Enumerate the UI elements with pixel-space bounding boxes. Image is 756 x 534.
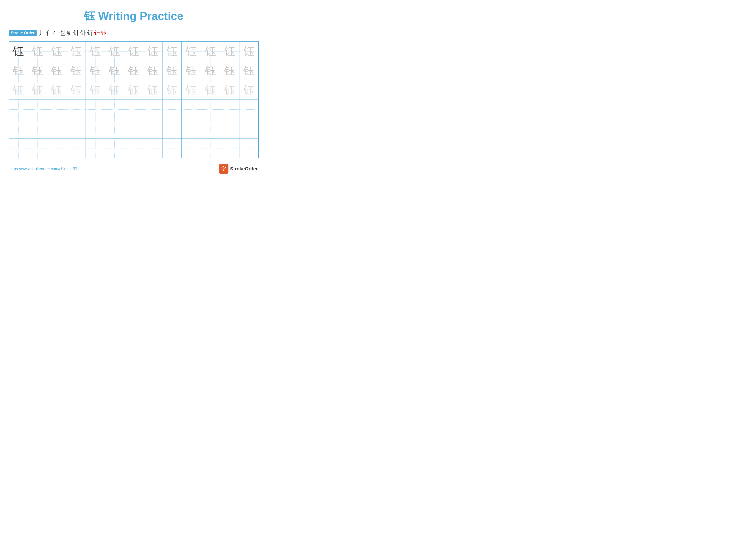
grid-cell [28,100,47,119]
grid-cell [67,100,86,119]
cell-character: 钰 [32,65,43,76]
grid-cell [105,139,124,158]
stroke-8: 钌 [87,29,93,37]
grid-cell [28,139,47,158]
grid-cell: 钰 [143,61,162,80]
grid-cell [143,119,162,139]
grid-cell: 钰 [105,61,124,80]
grid-cell: 钰 [47,61,67,80]
grid-cell: 钰 [105,41,124,61]
cell-character: 钰 [147,85,158,96]
grid-cell: 钰 [9,80,28,99]
grid-cell [201,119,220,139]
cell-character: 钰 [32,85,43,96]
grid-cell: 钰 [239,41,258,61]
grid-row: 钰钰钰钰钰钰钰钰钰钰钰钰钰 [9,61,258,80]
cell-character: 钰 [70,65,82,76]
stroke-chars: 丿 亻 𠂉 乜 钅 针 钋 钌 钍 钰 [39,29,107,37]
grid-cell: 钰 [182,41,201,61]
grid-cell: 钰 [162,41,182,61]
grid-cell [67,139,86,158]
grid-cell: 钰 [182,80,201,99]
grid-cell: 钰 [220,41,239,61]
grid-cell [143,100,162,119]
cell-character: 钰 [32,46,43,57]
page-title: 钰 Writing Practice [9,9,258,24]
brand-icon: 字 [219,164,229,174]
cell-character: 钰 [186,46,197,57]
grid-cell: 钰 [239,80,258,99]
cell-character: 钰 [205,65,216,76]
grid-cell: 钰 [162,61,182,80]
cell-character: 钰 [128,65,139,76]
grid-cell [28,119,47,139]
grid-row [9,139,258,158]
grid-cell: 钰 [124,61,143,80]
grid-cell [162,100,182,119]
cell-character: 钰 [51,85,62,96]
grid-cell: 钰 [124,80,143,99]
stroke-order-badge: Stroke Order [9,30,37,36]
cell-character: 钰 [109,85,120,96]
grid-cell [201,100,220,119]
cell-character: 钰 [51,65,62,76]
grid-cell [162,119,182,139]
cell-character: 钰 [224,65,235,76]
stroke-2: 亻 [46,29,52,37]
cell-character: 钰 [166,65,177,76]
grid-cell [220,119,239,139]
grid-row [9,119,258,139]
grid-cell: 钰 [143,41,162,61]
cell-character: 钰 [90,85,101,96]
grid-cell: 钰 [28,61,47,80]
grid-cell: 钰 [9,41,28,61]
grid-cell: 钰 [162,80,182,99]
grid-cell: 钰 [86,41,105,61]
cell-character: 钰 [109,46,120,57]
grid-cell [182,139,201,158]
grid-cell: 钰 [67,80,86,99]
cell-character: 钰 [13,65,24,76]
cell-character: 钰 [70,46,82,57]
stroke-9: 钍 [94,29,100,37]
grid-cell [9,100,28,119]
grid-cell: 钰 [201,80,220,99]
stroke-7: 钋 [80,29,86,37]
grid-cell: 钰 [182,61,201,80]
grid-row: 钰钰钰钰钰钰钰钰钰钰钰钰钰 [9,80,258,100]
grid-cell [124,139,143,158]
cell-character: 钰 [51,46,62,57]
grid-cell [124,119,143,139]
grid-cell: 钰 [67,61,86,80]
grid-cell [239,100,258,119]
grid-cell: 钰 [86,80,105,99]
brand-name: StrokeOrder [230,166,258,172]
grid-cell [9,139,28,158]
grid-row: 钰钰钰钰钰钰钰钰钰钰钰钰钰 [9,41,258,61]
cell-character: 钰 [13,85,24,96]
grid-cell [182,100,201,119]
cell-character: 钰 [109,65,120,76]
grid-cell [9,119,28,139]
cell-character: 钰 [243,46,255,57]
grid-cell: 钰 [67,41,86,61]
cell-character: 钰 [205,46,216,57]
stroke-10: 钰 [101,29,107,37]
cell-character: 钰 [243,85,255,96]
grid-cell [201,139,220,158]
grid-cell: 钰 [143,80,162,99]
grid-cell [162,139,182,158]
cell-character: 钰 [166,85,177,96]
cell-character: 钰 [243,65,255,76]
cell-character: 钰 [13,46,24,57]
grid-cell: 钰 [28,41,47,61]
grid-row [9,100,258,119]
cell-character: 钰 [186,65,197,76]
grid-cell [182,119,201,139]
cell-character: 钰 [70,85,82,96]
grid-cell [239,139,258,158]
grid-cell [220,100,239,119]
grid-cell: 钰 [201,61,220,80]
cell-character: 钰 [186,85,197,96]
grid-cell [86,119,105,139]
